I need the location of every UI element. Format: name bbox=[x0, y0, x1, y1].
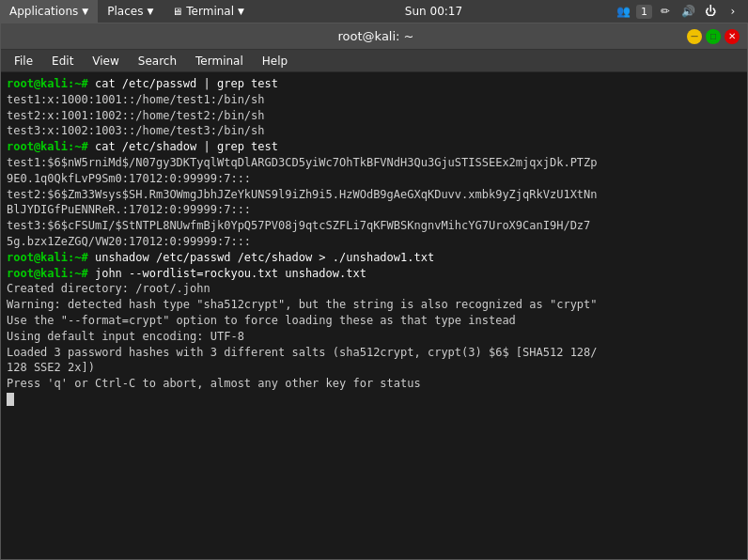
line-9: BlJYDIGfPuENNReR.:17012:0:99999:7::: bbox=[7, 202, 741, 218]
applications-label: Applications bbox=[9, 5, 78, 18]
people-icon[interactable]: 👥 bbox=[614, 2, 632, 21]
power-icon[interactable]: ⏻ bbox=[701, 2, 720, 21]
window-title: root@kali: ~ bbox=[65, 29, 687, 43]
chevron-right-icon[interactable]: › bbox=[724, 2, 742, 21]
terminal-content[interactable]: root@kali:~# cat /etc/passwd | grep test… bbox=[1, 72, 747, 559]
speaker-icon[interactable]: 🔊 bbox=[678, 2, 697, 21]
menu-help[interactable]: Help bbox=[253, 50, 297, 72]
sysbar-right: 👥 1 ✏ 🔊 ⏻ › bbox=[614, 2, 748, 21]
places-menu[interactable]: Places ▼ bbox=[98, 0, 163, 23]
menu-bar: File Edit View Search Terminal Help bbox=[1, 50, 747, 72]
title-bar: root@kali: ~ ─ □ ✕ bbox=[1, 23, 747, 50]
line-3: test2:x:1001:1002::/home/test2:/bin/sh bbox=[7, 108, 741, 124]
line-16: Use the "--format=crypt" option to force… bbox=[7, 313, 741, 329]
applications-arrow: ▼ bbox=[82, 7, 88, 16]
places-label: Places bbox=[107, 5, 143, 18]
line-17: Using default input encoding: UTF-8 bbox=[7, 329, 741, 345]
clock: Sun 00:17 bbox=[254, 5, 614, 18]
menu-view[interactable]: View bbox=[83, 50, 128, 72]
line-1: root@kali:~# cat /etc/passwd | grep test bbox=[7, 76, 741, 92]
line-19: 128 SSE2 2x]) bbox=[7, 360, 741, 376]
line-2: test1:x:1000:1001::/home/test1:/bin/sh bbox=[7, 92, 741, 108]
terminal-cursor bbox=[7, 393, 14, 406]
close-button[interactable]: ✕ bbox=[725, 29, 740, 44]
line-14: Created directory: /root/.john bbox=[7, 281, 741, 297]
terminal-label: Terminal bbox=[186, 5, 234, 18]
line-6: test1:$6$nW5rniMd$/N07gy3DKTyqlWtqDlARGD… bbox=[7, 155, 741, 171]
line-8: test2:$6$Zm33Wsys$SH.Rm3OWmgJbhJZeYkUNS9… bbox=[7, 187, 741, 203]
line-13: root@kali:~# john --wordlist=rockyou.txt… bbox=[7, 266, 741, 282]
line-4: test3:x:1002:1003::/home/test3:/bin/sh bbox=[7, 123, 741, 139]
line-10: test3:$6$cFSUmI/$StNTPL8NUwfmBjk0YpQ57PV… bbox=[7, 218, 741, 234]
window-controls: ─ □ ✕ bbox=[687, 29, 740, 44]
line-18: Loaded 3 password hashes with 3 differen… bbox=[7, 345, 741, 361]
line-20: Press 'q' or Ctrl-C to abort, almost any… bbox=[7, 376, 741, 392]
maximize-button[interactable]: □ bbox=[706, 29, 721, 44]
terminal-icon: 🖥 bbox=[172, 6, 182, 18]
menu-search[interactable]: Search bbox=[129, 50, 186, 72]
line-5: root@kali:~# cat /etc/shadow | grep test bbox=[7, 139, 741, 155]
badge: 1 bbox=[636, 5, 652, 19]
menu-edit[interactable]: Edit bbox=[42, 50, 83, 72]
line-7: 9E0.1q0QkfLvP9Sm0:17012:0:99999:7::: bbox=[7, 171, 741, 187]
line-21 bbox=[7, 392, 741, 408]
terminal-window: root@kali: ~ ─ □ ✕ File Edit View Search… bbox=[0, 23, 748, 560]
minimize-button[interactable]: ─ bbox=[687, 29, 702, 44]
system-bar: Applications ▼ Places ▼ 🖥 Terminal ▼ Sun… bbox=[0, 0, 748, 23]
sysbar-left: Applications ▼ Places ▼ 🖥 Terminal ▼ bbox=[0, 0, 254, 23]
applications-menu[interactable]: Applications ▼ bbox=[0, 0, 98, 23]
pencil-icon[interactable]: ✏ bbox=[656, 2, 675, 21]
menu-terminal[interactable]: Terminal bbox=[186, 50, 253, 72]
terminal-arrow: ▼ bbox=[238, 7, 244, 16]
menu-file[interactable]: File bbox=[5, 50, 42, 72]
line-15: Warning: detected hash type "sha512crypt… bbox=[7, 297, 741, 313]
line-11: 5g.bzx1ZeZGQ/VW20:17012:0:99999:7::: bbox=[7, 234, 741, 250]
line-12: root@kali:~# unshadow /etc/passwd /etc/s… bbox=[7, 250, 741, 266]
terminal-menu[interactable]: 🖥 Terminal ▼ bbox=[163, 0, 254, 23]
places-arrow: ▼ bbox=[147, 7, 153, 16]
